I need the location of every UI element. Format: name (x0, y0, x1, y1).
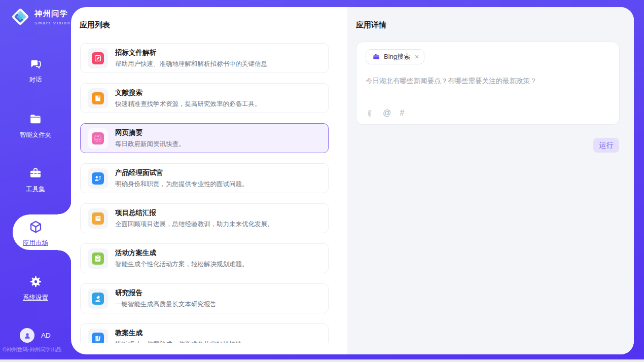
app-icon-tile (88, 88, 108, 108)
tool-chip-label: Bing搜索 (384, 52, 410, 61)
interviewer-icon (92, 172, 104, 185)
app-card[interactable]: 文献搜索 快速精准查找学术资源，提高研究效率的必备工具。 (80, 83, 329, 113)
cube-icon (28, 220, 43, 234)
sidebar-item-toolbox[interactable]: 工具集 (0, 166, 71, 194)
sidebar-item-cube[interactable]: 应用市场 (0, 220, 71, 247)
mention-icon[interactable]: @ (383, 108, 391, 118)
app-icon-tile (88, 208, 108, 229)
clipboard-check-icon (92, 252, 104, 265)
books-icon (92, 333, 104, 343)
gear-icon (28, 274, 43, 289)
tool-chip-bing-search[interactable]: Bing搜索 × (366, 49, 424, 64)
app-card[interactable]: 招标文件解析 帮助用户快速、准确地理解和解析招标书中的关键信息 (80, 43, 329, 73)
app-list-title: 应用列表 (80, 20, 110, 30)
hash-icon[interactable]: # (400, 108, 404, 118)
brand-subtitle: Smart Vision (34, 21, 71, 25)
user-avatar-icon (23, 331, 32, 340)
brand-name: 神州问学 (34, 9, 68, 18)
app-icon-tile (88, 329, 108, 343)
user-name: AD (41, 332, 51, 339)
app-icon-tile: </> (88, 128, 108, 149)
diamond-logo-icon (10, 7, 30, 27)
app-detail-section: 应用详情 Bing搜索 × 今日湖北有哪些新闻要点？有哪些需要关注的最新政策？ … (347, 7, 634, 354)
folder-icon (28, 112, 43, 126)
app-icon-tile (88, 48, 108, 68)
paperclip-icon[interactable] (366, 109, 374, 118)
prompt-input-area[interactable]: Bing搜索 × 今日湖北有哪些新闻要点？有哪些需要关注的最新政策？ @ # (356, 42, 620, 125)
sidebar-item-folder[interactable]: 智能文件夹 (0, 112, 71, 139)
user-account[interactable]: AD (20, 328, 51, 343)
microscope-icon (92, 293, 104, 305)
toolbox-icon (28, 166, 43, 180)
app-icon-tile (88, 248, 108, 269)
app-list: 招标文件解析 帮助用户快速、准确地理解和解析招标书中的关键信息 文献搜索 快速精… (80, 42, 329, 343)
briefcase-icon (372, 53, 380, 61)
app-card[interactable]: 教案生成 模板驱动，教案秒成，教学准备从此轻松快捷 (80, 323, 329, 343)
webpage-code-icon: </> (92, 132, 104, 144)
avatar (20, 328, 34, 343)
app-logo: 神州问学 Smart Vision (10, 7, 71, 27)
sidebar-footer: ©神州数码·神州问学出品 (3, 346, 71, 353)
app-card[interactable]: 产品经理面试官 明确身份和职责，为您提供专业性的面试问题。 (80, 163, 329, 193)
app-card[interactable]: 研究报告 一键智能生成高质量长文本研究报告 (80, 283, 329, 313)
app-card[interactable]: </> 网页摘要 每日政府新闻资讯快查。 (80, 123, 329, 153)
literature-book-icon (92, 92, 104, 104)
close-icon[interactable]: × (415, 53, 419, 60)
notes-icon (92, 212, 104, 225)
app-icon-tile (88, 168, 108, 189)
composer-tools: @ # (366, 108, 404, 118)
main-panel: 应用列表 招标文件解析 帮助用户快速、准确地理解和解析招标书中的关键信息 文献搜… (71, 7, 634, 354)
svg-text:</>: </> (95, 137, 101, 140)
run-button[interactable]: 运行 (593, 138, 619, 153)
app-icon-tile (88, 288, 108, 309)
tender-edit-icon (92, 52, 104, 64)
page-bottom-strip (0, 359, 644, 362)
app-card[interactable]: 项目总结汇报 全面回顾项目进展，总结经验教训，助力未来优化发展。 (80, 203, 329, 233)
sidebar-item-gear[interactable]: 系统设置 (0, 274, 71, 302)
chat-icon (28, 57, 43, 71)
sidebar-item-chat[interactable]: 对话 (0, 57, 71, 84)
app-detail-title: 应用详情 (356, 20, 386, 30)
query-text[interactable]: 今日湖北有哪些新闻要点？有哪些需要关注的最新政策？ (366, 77, 610, 86)
app-card[interactable]: 活动方案生成 智能生成个性化活动方案，轻松解决规划难题。 (80, 243, 329, 273)
